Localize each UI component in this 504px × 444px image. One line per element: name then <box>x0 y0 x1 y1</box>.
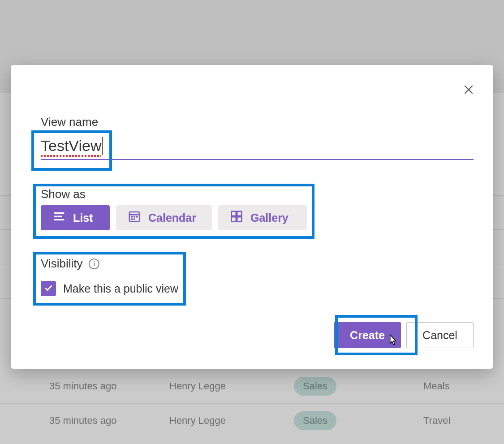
create-button[interactable]: Create <box>334 322 401 348</box>
info-icon[interactable]: i <box>89 259 99 269</box>
view-type-list-button[interactable]: List <box>41 205 110 230</box>
svg-rect-11 <box>134 218 135 220</box>
close-button[interactable] <box>461 82 476 97</box>
visibility-label: Visibility <box>41 257 82 271</box>
show-as-label: Show as <box>41 187 86 201</box>
public-view-checkbox[interactable] <box>41 281 56 296</box>
svg-rect-8 <box>134 216 135 218</box>
svg-rect-15 <box>237 217 241 221</box>
text-caret <box>102 137 103 155</box>
spellcheck-underline <box>41 155 101 157</box>
view-name-field-wrap <box>41 134 474 161</box>
public-view-row: Make this a public view <box>41 281 178 296</box>
view-name-label: View name <box>41 115 98 129</box>
view-type-list-label: List <box>73 211 93 224</box>
check-icon <box>43 283 53 294</box>
view-type-calendar-label: Calendar <box>148 211 196 224</box>
show-as-options: List Calendar Gallery <box>41 205 307 230</box>
svg-rect-12 <box>232 211 236 216</box>
list-icon <box>52 210 66 226</box>
public-view-label: Make this a public view <box>63 282 178 295</box>
view-type-calendar-button[interactable]: Calendar <box>116 205 212 230</box>
svg-rect-13 <box>237 211 241 216</box>
visibility-label-row: Visibility i <box>41 257 99 271</box>
cancel-button[interactable]: Cancel <box>406 322 474 348</box>
view-type-gallery-label: Gallery <box>250 211 289 224</box>
create-view-dialog: View name Show as List Calendar Gallery … <box>11 65 493 369</box>
svg-rect-9 <box>136 216 138 218</box>
close-icon <box>463 84 474 95</box>
svg-rect-14 <box>232 217 236 221</box>
svg-rect-7 <box>131 216 133 218</box>
svg-rect-10 <box>131 218 133 220</box>
calendar-icon <box>128 210 141 226</box>
dialog-footer: Create Cancel <box>334 322 474 348</box>
view-type-gallery-button[interactable]: Gallery <box>218 205 307 230</box>
gallery-icon <box>230 210 243 226</box>
view-name-input[interactable] <box>41 134 474 160</box>
